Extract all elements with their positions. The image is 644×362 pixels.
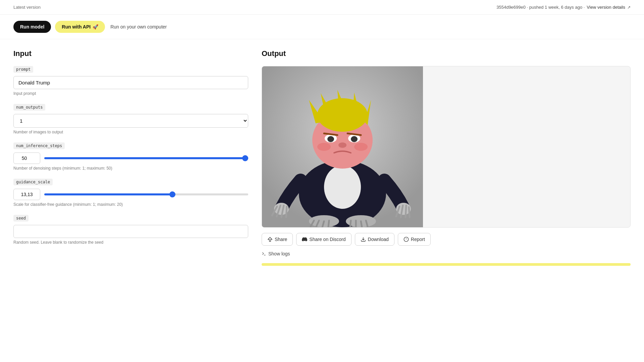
svg-point-4 [324,165,361,209]
num-inference-steps-hint: Number of denoising steps (minimum: 1; m… [13,166,248,171]
discord-label: Share on Discord [309,237,345,242]
input-section-title: Input [13,49,248,58]
guidance-scale-input[interactable] [13,189,40,200]
share-label: Share [275,237,287,242]
share-discord-button[interactable]: Share on Discord [296,233,351,246]
version-info: 3554d9e699e0 · pushed 1 week, 6 days ago… [496,5,631,10]
yellow-progress-bar [262,263,631,266]
svg-point-19 [338,142,346,148]
prompt-input[interactable] [13,76,248,89]
num-inference-steps-slider[interactable] [44,157,248,159]
download-label: Download [368,237,389,242]
latest-version-label: Latest version [13,5,41,10]
svg-point-20 [317,143,331,151]
svg-point-16 [351,136,358,142]
download-button[interactable]: Download [355,233,394,246]
seed-label: seed [13,215,29,222]
svg-point-21 [354,143,368,151]
prompt-label: prompt [13,66,33,73]
action-buttons: Share Share on Discord Download [262,233,631,246]
svg-line-38 [350,221,351,227]
guidance-scale-label: guidance_scale [13,179,53,185]
num-outputs-hint: Number of images to output [13,130,248,134]
num-inference-steps-slider-row [13,153,248,164]
output-section-title: Output [262,49,631,58]
num-inference-steps-label: num_inference_steps [13,142,65,149]
seed-hint: Random seed. Leave blank to randomize th… [13,240,248,245]
view-version-link[interactable]: View version details [587,5,625,10]
rocket-icon: 🚀 [93,24,98,29]
main-layout: Input prompt Input prompt num_outputs 1 … [0,39,644,276]
num-outputs-field-group: num_outputs 1 2 3 4 Number of images to … [13,104,248,134]
num-inference-steps-field-group: num_inference_steps Number of denoising … [13,142,248,171]
show-logs-button[interactable]: Show logs [262,250,290,258]
svg-line-30 [406,205,406,217]
top-bar: Latest version 3554d9e699e0 · pushed 1 w… [0,0,644,15]
guidance-scale-hint: Scale for classifier-free guidance (mini… [13,202,248,207]
output-panel: Output [262,49,631,266]
seed-field-group: seed Random seed. Leave blank to randomi… [13,215,248,245]
output-image [262,66,423,227]
run-with-api-button[interactable]: Run with API 🚀 [55,21,105,33]
download-icon [361,237,366,242]
external-link-icon: ↗ [627,5,631,10]
terminal-icon [262,251,266,256]
api-label: Run with API [62,24,91,29]
version-hash: 3554d9e699e0 · pushed 1 week, 6 days ago… [496,5,585,10]
num-outputs-label: num_outputs [13,104,45,111]
share-button[interactable]: Share [262,233,293,246]
discord-icon [302,237,307,242]
seed-input[interactable] [13,225,248,238]
report-button[interactable]: Report [398,233,431,246]
svg-line-31 [409,207,410,217]
output-image-container [262,66,631,228]
svg-point-15 [327,136,334,142]
run-model-button[interactable]: Run model [13,21,51,33]
share-icon [267,237,273,242]
prompt-field-group: prompt Input prompt [13,66,248,96]
input-panel: Input prompt Input prompt num_outputs 1 … [13,49,248,266]
prompt-hint: Input prompt [13,91,248,96]
svg-line-26 [286,206,287,217]
num-inference-steps-input[interactable] [13,153,40,164]
run-own-computer-button[interactable]: Run on your own computer [109,21,168,33]
show-logs-label: Show logs [268,251,290,256]
guidance-scale-slider[interactable] [44,193,248,195]
flag-icon [404,237,409,242]
svg-line-40 [361,221,362,227]
guidance-scale-slider-row [13,189,248,200]
toolbar: Run model Run with API 🚀 Run on your own… [0,15,644,39]
report-label: Report [411,237,425,242]
svg-line-37 [328,221,329,227]
guidance-scale-field-group: guidance_scale Scale for classifier-free… [13,179,248,207]
num-outputs-select[interactable]: 1 2 3 4 [13,114,248,128]
